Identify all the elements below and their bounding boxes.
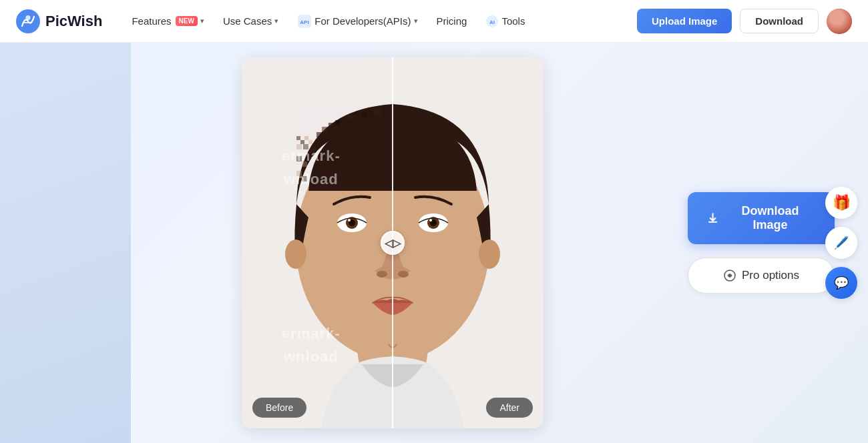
svg-rect-21 — [296, 136, 300, 140]
features-badge: NEW — [176, 16, 198, 26]
svg-rect-34 — [375, 109, 381, 115]
features-chevron: ▾ — [200, 17, 204, 25]
nav-for-developers[interactable]: API For Developers(APIs) ▾ — [289, 9, 425, 34]
upload-image-button[interactable]: Upload Image — [637, 9, 732, 33]
logo-text: PicWish — [45, 13, 102, 30]
svg-text:AI: AI — [489, 19, 495, 25]
svg-rect-24 — [308, 140, 312, 144]
drag-handle-icon: ◁▷ — [385, 237, 401, 250]
center-area: ermark- wnload ermark- wnload ◁▷ Before … — [131, 43, 654, 443]
svg-point-15 — [429, 219, 432, 222]
left-sidebar — [0, 43, 131, 443]
logo-icon — [16, 9, 40, 33]
svg-rect-42 — [302, 176, 307, 181]
pro-options-button[interactable]: Pro options — [688, 258, 835, 294]
svg-rect-23 — [300, 140, 304, 144]
svg-rect-22 — [304, 136, 308, 140]
svg-point-17 — [398, 271, 409, 278]
comparison-drag-handle[interactable]: ◁▷ — [381, 231, 405, 255]
svg-rect-29 — [342, 117, 347, 123]
svg-rect-41 — [296, 171, 302, 176]
api-icon: API — [297, 14, 312, 29]
image-comparison-card: ermark- wnload ermark- wnload ◁▷ Before … — [242, 57, 544, 428]
svg-rect-25 — [316, 132, 322, 137]
comparison-container[interactable]: ermark- wnload ermark- wnload ◁▷ Before … — [242, 57, 544, 428]
pro-options-icon — [723, 269, 736, 282]
nav-actions: Upload Image Download — [637, 9, 852, 34]
svg-rect-32 — [362, 112, 367, 117]
download-button[interactable]: Download — [740, 9, 819, 33]
svg-rect-40 — [302, 161, 307, 167]
svg-point-11 — [348, 219, 351, 222]
nav-tools[interactable]: AI Tools — [477, 9, 533, 33]
floating-buttons: 🎁 🖊️ 💬 — [825, 187, 857, 299]
svg-rect-27 — [329, 123, 334, 128]
developers-chevron: ▾ — [414, 17, 418, 25]
after-label: After — [486, 398, 533, 418]
svg-rect-33 — [369, 111, 374, 116]
chat-icon: 💬 — [834, 276, 849, 290]
svg-point-44 — [728, 274, 731, 277]
svg-point-19 — [479, 240, 500, 269]
svg-point-18 — [285, 240, 306, 269]
svg-rect-30 — [349, 115, 354, 120]
download-image-button[interactable]: Download Image — [688, 192, 835, 244]
nav-links: Features NEW ▾ Use Cases ▾ API For Devel… — [124, 9, 637, 34]
svg-rect-36 — [296, 144, 302, 149]
ai-tools-icon: AI — [485, 15, 499, 28]
svg-point-16 — [377, 271, 387, 278]
avatar[interactable] — [827, 9, 852, 34]
svg-rect-35 — [382, 108, 387, 113]
avatar-image — [827, 9, 852, 34]
nav-pricing[interactable]: Pricing — [429, 10, 475, 32]
svg-text:API: API — [300, 19, 309, 25]
svg-rect-26 — [322, 127, 327, 132]
use-cases-chevron: ▾ — [274, 17, 278, 25]
download-icon — [706, 211, 719, 225]
svg-rect-39 — [296, 156, 302, 161]
svg-rect-37 — [303, 144, 308, 149]
logo[interactable]: PicWish — [16, 9, 102, 33]
navbar: PicWish Features NEW ▾ Use Cases ▾ API F… — [0, 0, 868, 43]
svg-point-1 — [25, 15, 30, 20]
before-label: Before — [252, 398, 306, 418]
feedback-icon: 🖊️ — [834, 236, 849, 250]
svg-rect-28 — [335, 120, 341, 125]
svg-rect-31 — [355, 113, 361, 119]
nav-features[interactable]: Features NEW ▾ — [124, 10, 212, 32]
nav-use-cases[interactable]: Use Cases ▾ — [215, 10, 286, 32]
svg-rect-38 — [310, 148, 315, 153]
main-content: ermark- wnload ermark- wnload ◁▷ Before … — [0, 43, 868, 443]
feedback-button[interactable]: 🖊️ — [825, 227, 857, 259]
gift-icon: 🎁 — [833, 194, 851, 211]
gift-button[interactable]: 🎁 — [825, 187, 857, 219]
chat-button[interactable]: 💬 — [825, 267, 857, 299]
